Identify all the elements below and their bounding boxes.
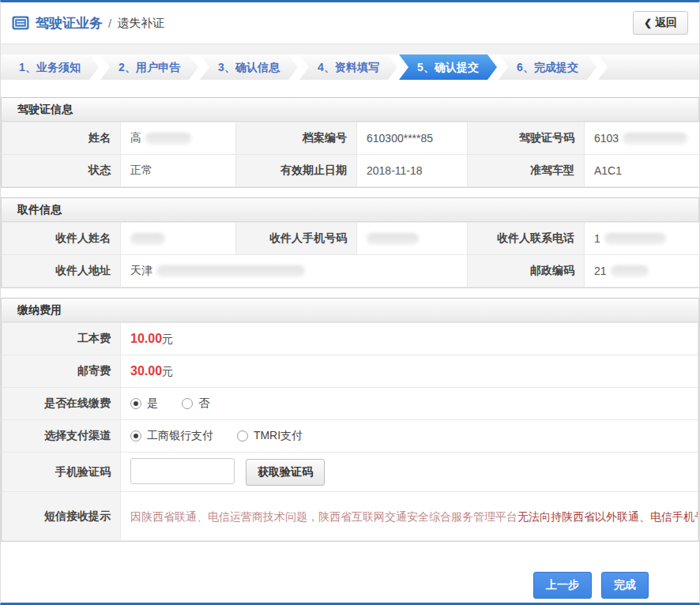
field-value-recipient-phone: 1	[585, 223, 700, 255]
field-value-postal-code: 21	[585, 255, 700, 287]
field-label-online-pay: 是否在线缴费	[2, 388, 121, 420]
field-label-postal-code: 邮政编码	[468, 255, 585, 287]
footer-actions: 上一步 完成	[1, 551, 699, 599]
radio-pay-channel-tmri[interactable]: TMRI支付	[237, 429, 303, 443]
field-value-file-no: 610300****85	[357, 122, 468, 155]
field-value-pay-channel: 工商银行支付 TMRI支付	[121, 420, 698, 453]
field-label-work-fee: 工本费	[2, 323, 121, 355]
sms-notice-text: 因陕西省联通、电信运营商技术问题，陕西省互联网交通安全综合服务管理平台	[130, 510, 517, 523]
field-value-sms-notice: 因陕西省联通、电信运营商技术问题，陕西省互联网交通安全综合服务管理平台无法向持陕…	[121, 492, 698, 541]
section-title-pickup: 取件信息	[2, 198, 698, 222]
steps-bar-filler	[598, 54, 699, 80]
field-value-license-no: 6103	[585, 122, 700, 155]
field-value-sms-code: 获取验证码	[121, 453, 698, 492]
field-value-mail-fee: 30.00元	[121, 355, 698, 388]
field-value-expiry: 2018-11-18	[357, 155, 468, 187]
field-value-online-pay: 是 否	[121, 388, 698, 420]
redacted-text	[145, 133, 191, 145]
header-gap	[1, 44, 699, 54]
redacted-text	[623, 133, 687, 145]
step-item-2: 2、用户申告	[100, 54, 198, 80]
radio-label: 是	[147, 396, 158, 411]
field-label-recipient-address: 收件人地址	[2, 255, 121, 287]
redacted-text	[367, 233, 419, 245]
table-row: 手机验证码 获取验证码	[2, 453, 698, 492]
breadcrumb-separator: /	[108, 17, 111, 30]
field-value-status: 正常	[121, 155, 236, 187]
field-label-name: 姓名	[2, 122, 121, 155]
field-label-vehicle-class: 准驾车型	[468, 155, 585, 187]
radio-unselected-icon	[182, 398, 193, 409]
section-title-fees: 缴纳费用	[2, 299, 698, 322]
radio-unselected-icon	[237, 430, 248, 442]
name-text: 高	[130, 131, 141, 144]
sms-code-input[interactable]	[130, 458, 235, 484]
pickup-table: 收件人姓名 收件人手机号码 收件人联系电话 1 收件人地址 天津 邮政编码	[2, 222, 700, 287]
steps-bar: 1、业务须知 2、用户申告 3、确认信息 4、资料填写 5、确认提交 6、完成提…	[1, 54, 699, 80]
license-table: 姓名 高 档案编号 610300****85 驾驶证号码 6103 状态 正常 …	[2, 122, 700, 187]
table-row: 短信接收提示 因陕西省联通、电信运营商技术问题，陕西省互联网交通安全综合服务管理…	[2, 492, 698, 541]
table-row: 状态 正常 有效期止日期 2018-11-18 准驾车型 A1C1	[2, 155, 700, 187]
field-label-recipient-phone: 收件人联系电话	[468, 223, 585, 255]
get-code-button[interactable]: 获取验证码	[246, 459, 325, 486]
table-row: 工本费 10.00元	[2, 323, 698, 355]
radio-label: 否	[198, 396, 209, 411]
field-label-expiry: 有效期止日期	[236, 155, 357, 187]
table-row: 是否在线缴费 是 否	[2, 388, 698, 420]
radio-pay-channel-icbc[interactable]: 工商银行支付	[130, 429, 213, 443]
back-button-label: 返回	[655, 16, 677, 30]
redacted-text	[604, 233, 666, 245]
field-value-work-fee: 10.00元	[121, 323, 698, 355]
section-title-license: 驾驶证信息	[2, 98, 698, 122]
field-value-recipient-name	[121, 223, 236, 255]
radio-label: TMRI支付	[254, 429, 303, 443]
field-value-name: 高	[121, 122, 236, 155]
finish-button[interactable]: 完成	[601, 572, 649, 599]
list-icon	[12, 16, 29, 30]
fees-table: 工本费 10.00元 邮寄费 30.00元 是否在线缴费 是	[2, 322, 698, 541]
redacted-text	[156, 265, 305, 277]
redacted-text	[611, 265, 649, 277]
redacted-text	[130, 233, 165, 245]
field-label-recipient-name: 收件人姓名	[2, 223, 121, 255]
mail-fee-unit: 元	[162, 365, 173, 378]
section-fees: 缴纳费用 工本费 10.00元 邮寄费 30.00元 是否在线缴费	[1, 298, 699, 542]
work-fee-amount: 10.00	[130, 332, 162, 345]
radio-selected-icon	[130, 398, 141, 409]
chevron-left-icon: ❮	[644, 17, 652, 28]
table-row: 姓名 高 档案编号 610300****85 驾驶证号码 6103	[2, 122, 700, 155]
previous-step-button[interactable]: 上一步	[533, 572, 592, 599]
radio-online-pay-no[interactable]: 否	[182, 396, 209, 411]
step-item-3: 3、确认信息	[200, 54, 298, 80]
field-label-sms-notice: 短信接收提示	[2, 492, 121, 541]
step-item-5-active: 5、确认提交	[399, 54, 497, 80]
page-title: 驾驶证业务	[36, 14, 103, 32]
radio-online-pay-yes[interactable]: 是	[130, 396, 158, 411]
table-row: 收件人地址 天津 邮政编码 21	[2, 255, 700, 287]
step-item-1: 1、业务须知	[1, 54, 99, 80]
table-row: 收件人姓名 收件人手机号码 收件人联系电话 1	[2, 223, 700, 255]
table-row: 邮寄费 30.00元	[2, 355, 698, 388]
field-label-pay-channel: 选择支付渠道	[2, 420, 121, 453]
postal-code-text: 21	[594, 265, 607, 277]
recipient-address-text: 天津	[130, 264, 152, 276]
page: 驾驶证业务 / 遗失补证 ❮ 返回 1、业务须知 2、用户申告 3、确认信息 4…	[0, 0, 700, 605]
field-label-mail-fee: 邮寄费	[2, 355, 121, 388]
back-button[interactable]: ❮ 返回	[633, 11, 688, 35]
field-label-sms-code: 手机验证码	[2, 453, 121, 492]
field-value-recipient-address: 天津	[121, 255, 468, 287]
field-label-status: 状态	[2, 155, 121, 187]
table-row: 选择支付渠道 工商银行支付 TMRI支付	[2, 420, 698, 453]
sms-notice-text-emphasis: 无法向持陕西省以外联通、电信手机号码的用户发送短信,	[517, 510, 698, 523]
section-license-info: 驾驶证信息 姓名 高 档案编号 610300****85 驾驶证号码 6103 …	[1, 97, 699, 188]
header-bar: 驾驶证业务 / 遗失补证 ❮ 返回	[1, 2, 699, 44]
radio-selected-icon	[130, 430, 141, 442]
field-value-recipient-mobile	[357, 223, 468, 255]
breadcrumb-current: 遗失补证	[117, 16, 164, 31]
license-no-text: 6103	[594, 132, 619, 145]
mail-fee-amount: 30.00	[130, 364, 162, 378]
radio-label: 工商银行支付	[147, 429, 213, 443]
work-fee-unit: 元	[162, 333, 173, 345]
step-item-4: 4、资料填写	[299, 54, 397, 80]
field-label-file-no: 档案编号	[236, 122, 357, 155]
